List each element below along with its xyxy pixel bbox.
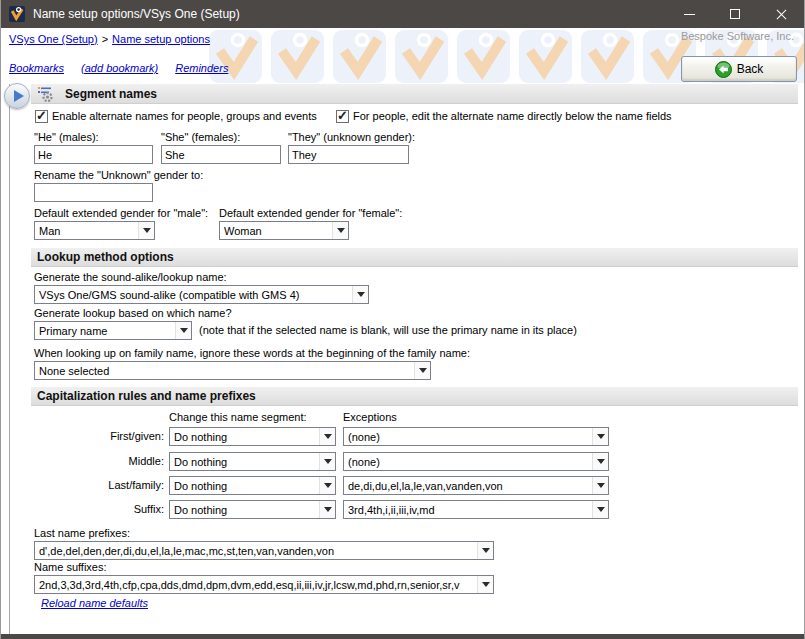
chevron-down-icon bbox=[175, 322, 191, 339]
chevron-down-icon bbox=[138, 222, 154, 239]
soundalike-label: Generate the sound-alike/lookup name: bbox=[34, 271, 227, 285]
vsys-logo-watermark bbox=[271, 30, 324, 83]
rename-unknown-label: Rename the "Unknown" gender to: bbox=[34, 169, 203, 183]
reload-name-defaults-link[interactable]: Reload name defaults bbox=[41, 597, 148, 609]
app-icon bbox=[9, 6, 25, 22]
panel-left-border bbox=[9, 84, 10, 634]
last-family-label: Last/family: bbox=[31, 479, 164, 491]
maximize-button[interactable] bbox=[712, 0, 758, 28]
chevron-down-icon bbox=[477, 576, 493, 593]
female-extended-label: Default extended gender for "female": bbox=[219, 207, 402, 221]
minimize-icon bbox=[684, 14, 695, 15]
bookmarks-link[interactable]: Bookmarks bbox=[9, 62, 64, 74]
first-given-exceptions-select[interactable]: (none) bbox=[343, 427, 609, 446]
middle-label: Middle: bbox=[31, 455, 164, 467]
rename-unknown-field[interactable] bbox=[34, 183, 153, 202]
window-controls bbox=[666, 0, 804, 28]
he-field[interactable] bbox=[34, 145, 153, 164]
they-field[interactable] bbox=[288, 145, 409, 164]
chevron-down-icon bbox=[319, 501, 335, 518]
breadcrumb-separator: > bbox=[102, 33, 108, 45]
she-field[interactable] bbox=[161, 145, 281, 164]
chevron-down-icon bbox=[352, 286, 368, 303]
breadcrumb-root-link[interactable]: VSys One (Setup) bbox=[9, 33, 98, 45]
reminders-link[interactable]: Reminders bbox=[175, 62, 228, 74]
name-suffixes-label: Name suffixes: bbox=[34, 561, 107, 575]
bookmark-links: Bookmarks (add bookmark) Reminders bbox=[9, 62, 242, 74]
lookup-options-title: Lookup method options bbox=[37, 250, 174, 264]
application-window: Name setup options/VSys One (Setup) VSys… bbox=[0, 0, 805, 639]
chevron-down-icon bbox=[319, 453, 335, 470]
male-extended-label: Default extended gender for "male": bbox=[34, 207, 208, 221]
add-bookmark-link[interactable]: (add bookmark) bbox=[81, 62, 158, 74]
exceptions-column-header: Exceptions bbox=[343, 411, 397, 423]
chevron-down-icon bbox=[332, 222, 348, 239]
chevron-down-icon bbox=[592, 428, 608, 445]
company-label: Bespoke Software, Inc. bbox=[681, 30, 794, 42]
lookup-basis-select[interactable]: Primary name bbox=[34, 321, 192, 340]
last-family-action-select[interactable]: Do nothing bbox=[169, 476, 336, 495]
middle-exceptions-select[interactable]: (none) bbox=[343, 452, 609, 471]
soundalike-select[interactable]: VSys One/GMS sound-alike (compatible wit… bbox=[34, 285, 369, 304]
segment-names-header: Segment names bbox=[31, 84, 798, 104]
suffix-label: Suffix: bbox=[31, 503, 164, 515]
vsys-logo-watermark bbox=[209, 30, 262, 83]
middle-action-select[interactable]: Do nothing bbox=[169, 452, 336, 471]
breadcrumb: VSys One (Setup)>Name setup options bbox=[9, 33, 210, 45]
suffix-action-select[interactable]: Do nothing bbox=[169, 500, 336, 519]
vsys-logo-watermark bbox=[457, 30, 510, 83]
last-name-prefixes-label: Last name prefixes: bbox=[34, 527, 130, 541]
vsys-logo-watermark bbox=[333, 30, 386, 83]
capitalization-title: Capitalization rules and name prefixes bbox=[37, 389, 256, 403]
vsys-logo-watermark bbox=[519, 30, 572, 83]
maximize-icon bbox=[730, 9, 740, 19]
capitalization-header: Capitalization rules and name prefixes bbox=[31, 387, 798, 406]
enable-alternate-names-checkbox[interactable] bbox=[35, 110, 48, 123]
he-label: "He" (males): bbox=[34, 131, 99, 145]
last-family-exceptions-select[interactable]: de,di,du,el,la,le,van,vanden,von bbox=[343, 476, 609, 495]
enable-alternate-names-label: Enable alternate names for people, group… bbox=[52, 110, 317, 124]
chevron-down-icon bbox=[319, 428, 335, 445]
chevron-down-icon bbox=[592, 501, 608, 518]
edit-alternate-name-checkbox[interactable] bbox=[336, 110, 349, 123]
ignore-words-select[interactable]: None selected bbox=[34, 361, 431, 380]
close-button[interactable] bbox=[758, 0, 804, 28]
play-nav-button[interactable] bbox=[4, 83, 30, 109]
first-given-action-select[interactable]: Do nothing bbox=[169, 427, 336, 446]
female-extended-select[interactable]: Woman bbox=[219, 221, 349, 240]
close-icon bbox=[775, 8, 788, 21]
minimize-button[interactable] bbox=[666, 0, 712, 28]
settings-list-icon bbox=[37, 86, 53, 102]
lookup-basis-note: (note that if the selected name is blank… bbox=[199, 324, 577, 336]
first-given-label: First/given: bbox=[31, 430, 164, 442]
suffix-exceptions-select[interactable]: 3rd,4th,i,ii,iii,iv,md bbox=[343, 500, 609, 519]
chevron-down-icon bbox=[414, 362, 430, 379]
vsys-logo-watermark bbox=[395, 30, 448, 83]
change-segment-column-header: Change this name segment: bbox=[169, 411, 307, 423]
ignore-words-label: When looking up on family name, ignore t… bbox=[34, 347, 470, 361]
lookup-options-header: Lookup method options bbox=[31, 248, 798, 267]
name-suffixes-select[interactable]: 2nd,3,3d,3rd,4th,cfp,cpa,dds,dmd,dpm,dvm… bbox=[34, 575, 494, 594]
window-title: Name setup options/VSys One (Setup) bbox=[33, 7, 240, 21]
lookup-basis-label: Generate lookup based on which name? bbox=[34, 307, 232, 321]
back-button[interactable]: Back bbox=[681, 56, 797, 82]
chevron-down-icon bbox=[477, 542, 493, 559]
back-arrow-icon bbox=[715, 61, 732, 78]
window-bottom-border bbox=[1, 634, 805, 639]
they-label: "They" (unknown gender): bbox=[288, 131, 415, 145]
vsys-logo-watermark bbox=[581, 30, 634, 83]
back-button-label: Back bbox=[737, 62, 764, 76]
edit-alternate-name-label: For people, edit the alternate name dire… bbox=[353, 110, 672, 124]
play-icon bbox=[14, 90, 24, 102]
last-name-prefixes-select[interactable]: d',de,del,den,der,di,du,el,la,le,mac,mc,… bbox=[34, 541, 494, 560]
chevron-down-icon bbox=[592, 477, 608, 494]
chevron-down-icon bbox=[592, 453, 608, 470]
breadcrumb-current-link[interactable]: Name setup options bbox=[112, 33, 210, 45]
male-extended-select[interactable]: Man bbox=[34, 221, 155, 240]
chevron-down-icon bbox=[319, 477, 335, 494]
she-label: "She" (females): bbox=[161, 131, 240, 145]
segment-names-title: Segment names bbox=[65, 87, 157, 101]
